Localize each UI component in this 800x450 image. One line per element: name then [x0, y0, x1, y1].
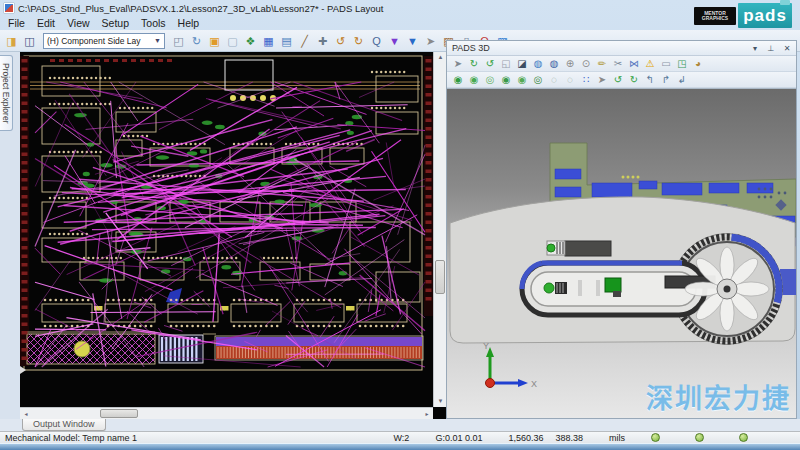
spin-x-icon[interactable]: ◉ — [499, 72, 513, 87]
scene-3d[interactable]: Y X — [447, 89, 796, 418]
filter-nets-icon[interactable]: ▼ — [387, 33, 402, 49]
board-setup-icon[interactable]: ▣ — [207, 33, 222, 49]
menu-setup[interactable]: Setup — [102, 17, 129, 29]
refresh-view-icon[interactable]: ↻ — [189, 33, 204, 49]
open-file-icon[interactable]: ◨ — [4, 33, 19, 49]
panel-pin-icon[interactable]: ⊥ — [766, 41, 776, 57]
export-3d-icon[interactable]: ◳ — [675, 56, 689, 71]
redo-icon[interactable]: ↻ — [351, 33, 366, 49]
roll-right-icon[interactable]: ◌ — [563, 72, 577, 87]
pointer-icon[interactable]: ➤ — [423, 33, 438, 49]
status-model: Mechanical Model: Temp name 1 — [0, 433, 137, 443]
chevron-down-icon: ▼ — [154, 37, 161, 44]
watermark-text: 深圳宏力捷 — [646, 377, 791, 416]
view-board-icon[interactable]: ◪ — [515, 56, 529, 71]
pads-3d-titlebar[interactable]: PADS 3D ▾⊥✕ — [447, 41, 796, 56]
window-bottom-edge — [0, 443, 800, 450]
orbit-3d-icon[interactable]: ↺ — [483, 56, 497, 71]
status-coord-y: 388.38 — [555, 433, 583, 443]
axis-x-label: X — [531, 379, 537, 389]
pcb-2d-canvas[interactable] — [20, 52, 433, 407]
layout-2d-view[interactable]: ▲ ▼ ◂ ▸ — [20, 52, 446, 419]
status-orbs — [651, 433, 774, 442]
menu-view[interactable]: View — [67, 17, 90, 29]
eco-icon[interactable]: ❖ — [243, 33, 258, 49]
measure-3d-icon[interactable]: ✏ — [595, 56, 609, 71]
rotate-3d-icon[interactable]: ↻ — [467, 56, 481, 71]
status-grid: G:0.01 0.01 — [435, 433, 482, 443]
menu-tools[interactable]: Tools — [141, 17, 166, 29]
undo-view-icon[interactable]: ↺ — [611, 72, 625, 87]
collision-check-icon[interactable]: ⋈ — [627, 56, 641, 71]
pads-layout-window: C:\PADS_Stnd_Plus_Eval\PADSVX.1.2\Lesson… — [0, 0, 800, 450]
redo-view-icon[interactable]: ↻ — [627, 72, 641, 87]
view-3d-viewport[interactable]: Y X 深圳宏力捷 — [447, 88, 796, 418]
bottom-tab-row: Output Window — [0, 419, 800, 431]
panel-close-icon[interactable]: ✕ — [782, 41, 792, 57]
horizontal-scrollbar[interactable]: ◂ ▸ — [20, 407, 433, 419]
app-icon — [4, 3, 14, 13]
options-3d-icon[interactable]: ◕ — [691, 56, 705, 71]
route-icon[interactable]: ◰ — [171, 33, 186, 49]
flip-up-icon[interactable]: ↰ — [643, 72, 657, 87]
filter-layers-icon[interactable]: ▼ — [405, 33, 420, 49]
undo-icon[interactable]: ↺ — [333, 33, 348, 49]
menu-help[interactable]: Help — [178, 17, 200, 29]
status-width: W:2 — [394, 433, 410, 443]
roll-left-icon[interactable]: ◌ — [547, 72, 561, 87]
display-colors-icon[interactable]: ▤ — [279, 33, 294, 49]
view-bottom-icon[interactable]: ◍ — [547, 56, 561, 71]
flip-down-icon[interactable]: ↱ — [659, 72, 673, 87]
spin-y-icon[interactable]: ◉ — [515, 72, 529, 87]
save-file-icon[interactable]: ◫ — [22, 33, 37, 49]
file-icon-group: ◨◫ — [4, 33, 37, 49]
spin-z-icon[interactable]: ◎ — [531, 72, 545, 87]
menu-edit[interactable]: Edit — [37, 17, 55, 29]
pads-logo: pads — [738, 3, 792, 28]
pads-3d-toolbar-1: ➤↻↺◱◪◍◍⊕⊙✏✂⋈⚠▭◳◕ — [447, 56, 796, 72]
flip-left-icon[interactable]: ↲ — [675, 72, 689, 87]
dfa-warning-icon[interactable]: ⚠ — [643, 56, 657, 71]
window-title: C:\PADS_Stnd_Plus_Eval\PADSVX.1.2\Lesson… — [18, 3, 383, 14]
status-coord-x: 1,560.36 — [508, 433, 543, 443]
pads-3d-title: PADS 3D — [452, 43, 490, 53]
vscroll-thumb[interactable] — [435, 260, 445, 294]
sheet-icon[interactable]: ▢ — [225, 33, 240, 49]
menu-file[interactable]: File — [8, 17, 25, 29]
move-icon[interactable]: ✚ — [315, 33, 330, 49]
panel-menu-icon[interactable]: ▾ — [750, 41, 760, 57]
zoom-in-3d-icon[interactable]: ⊕ — [563, 56, 577, 71]
layer-dropdown[interactable]: (H) Component Side Lay ▼ — [43, 33, 165, 49]
snapshot-icon[interactable]: ▭ — [659, 56, 673, 71]
layer-dropdown-value: (H) Component Side Lay — [47, 36, 141, 46]
mentor-graphics-logo: MENTOR GRAPHICS — [694, 7, 736, 25]
select-3d-icon[interactable]: ➤ — [451, 56, 465, 71]
status-orb-icon[interactable] — [695, 433, 704, 442]
axis-y-label: Y — [483, 341, 489, 351]
title-bar: C:\PADS_Stnd_Plus_Eval\PADSVX.1.2\Lesson… — [0, 0, 800, 16]
pads-3d-toolbar-2: ◉◉◎◉◉◎◌◌∷➤↺↻↰↱↲ — [447, 72, 796, 88]
sphere-zoom-icon[interactable]: ◎ — [483, 72, 497, 87]
tab-output-window[interactable]: Output Window — [22, 419, 106, 431]
measure-icon[interactable]: ╱ — [297, 33, 312, 49]
grid-snap-icon[interactable]: ∷ — [579, 72, 593, 87]
view-top-icon[interactable]: ◍ — [531, 56, 545, 71]
sphere-rotate-icon[interactable]: ◉ — [467, 72, 481, 87]
status-units: mils — [609, 433, 625, 443]
panel-buttons: ▾⊥✕ — [750, 41, 792, 57]
cross-section-icon[interactable]: ✂ — [611, 56, 625, 71]
hscroll-thumb[interactable] — [100, 409, 138, 418]
status-orb-icon[interactable] — [651, 433, 660, 442]
view-plane-icon[interactable]: ◱ — [499, 56, 513, 71]
grid-icon[interactable]: ▦ — [261, 33, 276, 49]
zoom-icon[interactable]: Q — [369, 33, 384, 49]
zoom-fit-3d-icon[interactable]: ⊙ — [579, 56, 593, 71]
tab-project-explorer[interactable]: Project Explorer — [0, 55, 13, 131]
menu-bar: FileEditViewSetupToolsHelp — [0, 16, 690, 30]
status-bar: Mechanical Model: Temp name 1 W:2 G:0.01… — [0, 431, 800, 443]
vertical-scrollbar[interactable]: ▲ ▼ — [433, 52, 446, 407]
status-orb-icon[interactable] — [739, 433, 748, 442]
sphere-pan-icon[interactable]: ◉ — [451, 72, 465, 87]
pick-icon[interactable]: ➤ — [595, 72, 609, 87]
left-tab-strip: Project Explorer — [0, 52, 20, 419]
